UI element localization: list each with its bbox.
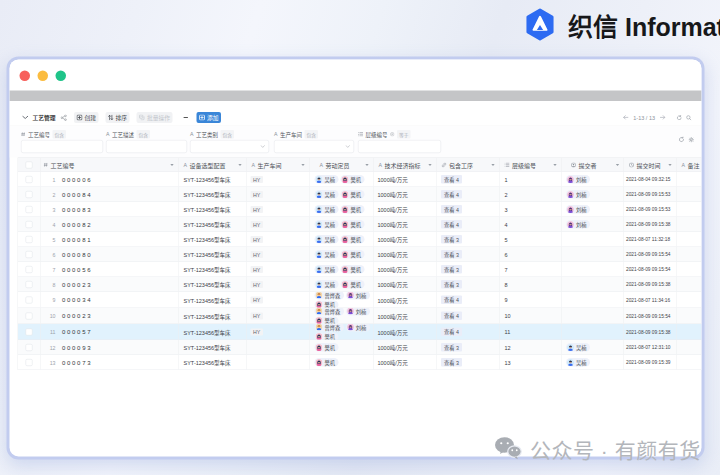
table-row[interactable]: 4000082SYT-123456型车床HY吴楠樊机1000吨/万元查看 44刘… <box>18 217 702 232</box>
submitter-chip[interactable]: 刘楠 <box>566 190 590 199</box>
select-all-checkbox[interactable] <box>18 158 41 172</box>
staff-chip[interactable]: 刘楠 <box>346 324 370 331</box>
submitter-chip[interactable]: 吴楠 <box>566 358 590 367</box>
filter-select[interactable] <box>190 140 269 153</box>
staff-chip[interactable]: 吴楠 <box>315 190 339 199</box>
refresh-icon[interactable] <box>679 137 685 143</box>
view-chip[interactable]: 查看 4 <box>441 190 462 199</box>
row-checkbox[interactable] <box>18 187 41 202</box>
row-checkbox[interactable] <box>18 324 41 340</box>
staff-chip[interactable]: 樊机 <box>341 250 365 259</box>
view-chip[interactable]: 查看 4 <box>441 328 462 337</box>
row-checkbox[interactable] <box>18 340 41 355</box>
staff-chip[interactable]: 曾烨森 <box>315 308 344 315</box>
table-row[interactable]: 3000083SYT-123456型车床HY吴楠樊机1000吨/万元查看 43刘… <box>18 202 702 217</box>
chevron-down-icon[interactable] <box>365 164 369 167</box>
table-row[interactable]: 12000093SYT-123456型车床樊机1000吨/万元查看 312吴楠2… <box>18 340 702 355</box>
staff-chip[interactable]: 吴楠 <box>315 220 339 229</box>
chevron-down-icon[interactable] <box>428 164 432 167</box>
table-row[interactable]: 9000034SYT-123456型车床HY曾烨森刘楠樊机1000吨/万元查看 … <box>18 292 702 308</box>
table-row[interactable]: 6000080SYT-123456型车床HY吴楠樊机1000吨/万元查看 362… <box>18 247 702 262</box>
refresh-icon[interactable] <box>677 115 683 121</box>
column-header-3[interactable]: A生产车间 <box>247 158 310 172</box>
staff-chip[interactable]: 樊机 <box>315 358 339 367</box>
filter-input[interactable] <box>21 140 103 153</box>
add-button[interactable]: 添加 <box>197 112 222 123</box>
view-chip[interactable]: 查看 3 <box>441 358 462 367</box>
row-checkbox[interactable] <box>18 292 41 308</box>
staff-chip[interactable]: 刘楠 <box>346 292 370 299</box>
table-row[interactable]: 7000056SYT-123456型车床HY吴楠樊机1000吨/万元查看 372… <box>18 262 702 277</box>
chevron-down-icon[interactable] <box>170 164 174 167</box>
row-checkbox[interactable] <box>18 277 41 292</box>
view-chip[interactable]: 查看 3 <box>441 280 462 289</box>
submitter-chip[interactable]: 刘楠 <box>566 220 590 229</box>
staff-chip[interactable]: 樊机 <box>341 265 365 274</box>
staff-chip[interactable]: 吴楠 <box>315 265 339 274</box>
column-header-9[interactable]: 提交时间 <box>624 158 677 172</box>
column-header-7[interactable]: 层级编号 <box>500 158 562 172</box>
zoom-button[interactable] <box>56 71 67 82</box>
chevron-down-icon[interactable] <box>238 164 242 167</box>
view-chip[interactable]: 查看 4 <box>441 205 462 214</box>
column-header-10[interactable]: A备注 <box>677 158 702 172</box>
staff-chip[interactable]: 吴楠 <box>315 175 339 184</box>
column-header-8[interactable]: 提交者 <box>562 158 625 172</box>
chevron-down-icon[interactable] <box>22 116 29 120</box>
view-chip[interactable]: 查看 4 <box>441 296 462 305</box>
staff-chip[interactable]: 樊机 <box>341 220 365 229</box>
row-checkbox[interactable] <box>18 202 41 217</box>
filter-select[interactable] <box>274 140 354 153</box>
row-checkbox[interactable] <box>18 232 41 247</box>
row-checkbox[interactable] <box>18 308 41 324</box>
table-row[interactable]: 1000006SYT-123456型车床HY吴楠樊机1000吨/万元查看 41刘… <box>18 172 702 187</box>
table-row[interactable]: 10000023SYT-123456型车床HY曾烨森刘楠樊机1000吨/万元查看… <box>18 308 702 324</box>
staff-chip[interactable]: 刘楠 <box>346 308 370 315</box>
submitter-chip[interactable]: 刘楠 <box>566 175 590 184</box>
view-chip[interactable]: 查看 3 <box>441 250 462 259</box>
view-chip[interactable]: 查看 3 <box>441 343 462 352</box>
sort-button[interactable]: 排序 <box>106 112 130 123</box>
search-icon[interactable] <box>686 115 692 121</box>
staff-chip[interactable]: 樊机 <box>341 280 365 289</box>
row-checkbox[interactable] <box>18 355 41 370</box>
staff-chip[interactable]: 樊机 <box>315 316 339 323</box>
staff-chip[interactable]: 樊机 <box>315 343 339 352</box>
table-row[interactable]: 5000081SYT-123456型车床HY吴楠樊机1000吨/万元查看 352… <box>18 232 702 247</box>
view-chip[interactable]: 查看 4 <box>441 312 462 321</box>
view-chip[interactable]: 查看 3 <box>441 235 462 244</box>
staff-chip[interactable]: 樊机 <box>315 300 339 307</box>
filter-input[interactable] <box>106 140 187 153</box>
batch-actions-button[interactable]: 批量操作 <box>137 112 173 123</box>
chevron-down-icon[interactable] <box>553 164 557 167</box>
staff-chip[interactable]: 樊机 <box>341 190 365 199</box>
share-icon[interactable] <box>61 114 68 121</box>
chevron-down-icon[interactable] <box>616 164 620 167</box>
submitter-chip[interactable]: 刘楠 <box>566 205 590 214</box>
row-checkbox[interactable] <box>18 172 41 187</box>
arrow-right-icon[interactable] <box>660 115 666 120</box>
table-row[interactable]: 13000073SYT-123456型车床樊机1000吨/万元查看 313吴楠2… <box>18 355 702 370</box>
staff-chip[interactable]: 樊机 <box>341 205 365 214</box>
view-chip[interactable]: 查看 3 <box>441 265 462 274</box>
row-checkbox[interactable] <box>18 217 41 232</box>
staff-chip[interactable]: 樊机 <box>315 332 339 339</box>
close-button[interactable] <box>20 71 31 82</box>
gear-icon[interactable] <box>689 137 695 143</box>
table-row[interactable]: 11000057SYT-123456型车床HY曾烨森刘楠樊机1000吨/万元查看… <box>18 324 702 340</box>
chevron-down-icon[interactable] <box>301 164 305 167</box>
filter-input[interactable] <box>358 140 441 153</box>
staff-chip[interactable]: 吴楠 <box>315 205 339 214</box>
column-header-5[interactable]: A技术经济指标 <box>374 158 437 172</box>
staff-chip[interactable]: 吴楠 <box>315 250 339 259</box>
chevron-down-icon[interactable] <box>491 164 495 167</box>
column-header-1[interactable]: 工艺编号 <box>41 158 179 172</box>
staff-chip[interactable]: 吴楠 <box>315 280 339 289</box>
arrow-left-icon[interactable] <box>623 115 629 120</box>
table-row[interactable]: 8000023SYT-123456型车床HY吴楠樊机1000吨/万元查看 382… <box>18 277 702 292</box>
staff-chip[interactable]: 樊机 <box>341 175 365 184</box>
staff-chip[interactable]: 曾烨森 <box>315 324 344 331</box>
chevron-down-icon[interactable] <box>668 164 672 167</box>
column-header-4[interactable]: A劳动定员 <box>310 158 374 172</box>
view-chip[interactable]: 查看 4 <box>441 175 462 184</box>
